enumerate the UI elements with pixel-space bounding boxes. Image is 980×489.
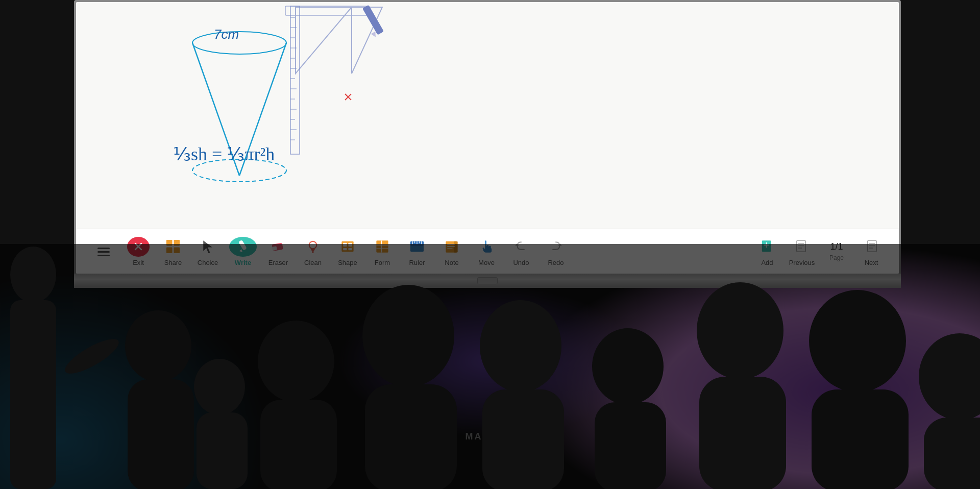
next-icon xyxy=(860,237,883,257)
bezel-button[interactable] xyxy=(477,277,498,284)
write-icon xyxy=(229,237,257,257)
clean-label: Clean xyxy=(304,259,322,266)
redo-icon xyxy=(545,237,567,257)
page-display: 1/1 xyxy=(830,241,843,252)
svg-rect-33 xyxy=(166,240,173,246)
undo-button[interactable]: Undo xyxy=(504,234,538,270)
redo-button[interactable]: Redo xyxy=(538,234,573,270)
page-counter: 1/1 Page xyxy=(819,234,854,270)
svg-marker-39 xyxy=(239,249,242,252)
redo-label: Redo xyxy=(548,259,564,266)
eraser-button[interactable]: Eraser xyxy=(261,234,296,270)
add-icon xyxy=(756,237,778,257)
center-ambient-glow xyxy=(337,285,643,438)
toolbar: Exit Share xyxy=(76,229,899,274)
svg-rect-41 xyxy=(272,246,277,251)
form-icon xyxy=(371,237,394,257)
choice-label: Choice xyxy=(198,259,218,266)
whiteboard-frame: 7cm ⅓sh = ⅓πr²h xyxy=(74,0,901,276)
next-label: Next xyxy=(865,259,878,266)
svg-text:7cm: 7cm xyxy=(214,27,239,42)
bottom-bezel xyxy=(74,274,901,288)
svg-marker-0 xyxy=(296,7,352,74)
exit-icon xyxy=(127,237,150,257)
share-icon xyxy=(162,237,184,257)
svg-rect-38 xyxy=(238,240,247,251)
shape-icon xyxy=(336,237,359,257)
ruler-icon xyxy=(406,237,428,257)
svg-rect-34 xyxy=(174,240,180,246)
eraser-label: Eraser xyxy=(268,259,288,266)
undo-icon xyxy=(510,237,532,257)
move-button[interactable]: Move xyxy=(469,234,504,270)
svg-rect-28 xyxy=(97,248,110,249)
choice-button[interactable]: Choice xyxy=(190,234,225,270)
whiteboard-surface[interactable]: 7cm ⅓sh = ⅓πr²h xyxy=(76,2,899,274)
svg-rect-36 xyxy=(174,247,180,253)
undo-label: Undo xyxy=(513,259,529,266)
svg-rect-74 xyxy=(868,240,876,252)
exit-label: Exit xyxy=(133,259,144,266)
brand-label: MAXHUB xyxy=(465,431,515,442)
form-button[interactable]: Form xyxy=(365,234,400,270)
clean-button[interactable]: Clean xyxy=(296,234,330,270)
form-label: Form xyxy=(375,259,390,266)
svg-rect-48 xyxy=(348,248,352,250)
previous-button[interactable]: Previous xyxy=(785,234,819,270)
share-label: Share xyxy=(164,259,182,266)
add-button[interactable]: Add xyxy=(750,234,785,270)
previous-icon xyxy=(791,237,813,257)
exit-button[interactable]: Exit xyxy=(121,234,156,270)
svg-rect-30 xyxy=(97,255,110,256)
note-button[interactable]: Note xyxy=(434,234,469,270)
shape-button[interactable]: Shape xyxy=(330,234,365,270)
svg-rect-47 xyxy=(343,248,347,250)
menu-icon xyxy=(92,240,115,263)
math-drawings: 7cm ⅓sh = ⅓πr²h xyxy=(76,2,899,232)
move-label: Move xyxy=(478,259,495,266)
svg-rect-46 xyxy=(348,243,352,247)
next-button[interactable]: Next xyxy=(854,234,889,270)
svg-marker-37 xyxy=(203,240,212,253)
svg-rect-70 xyxy=(797,240,805,252)
share-button[interactable]: Share xyxy=(156,234,190,270)
svg-rect-3 xyxy=(362,5,384,35)
write-label: Write xyxy=(235,259,251,266)
choice-icon xyxy=(197,237,219,257)
svg-rect-45 xyxy=(343,243,347,247)
eraser-icon xyxy=(267,237,289,257)
svg-marker-1 xyxy=(352,7,382,74)
ruler-label: Ruler xyxy=(409,259,425,266)
svg-point-42 xyxy=(309,241,317,249)
svg-rect-35 xyxy=(166,247,173,253)
previous-label: Previous xyxy=(789,259,815,266)
clean-icon xyxy=(302,237,324,257)
menu-button[interactable] xyxy=(86,234,121,270)
note-label: Note xyxy=(445,259,458,266)
note-icon xyxy=(440,237,463,257)
page-label: Page xyxy=(829,254,844,261)
svg-point-10 xyxy=(192,32,286,54)
svg-text:⅓sh = ⅓πr²h: ⅓sh = ⅓πr²h xyxy=(173,144,275,164)
add-label: Add xyxy=(761,259,773,266)
ruler-button[interactable]: Ruler xyxy=(400,234,434,270)
write-button[interactable]: Write xyxy=(225,234,261,270)
shape-label: Shape xyxy=(338,259,357,266)
svg-rect-29 xyxy=(97,251,110,253)
move-icon xyxy=(475,237,498,257)
svg-rect-49 xyxy=(376,240,388,252)
svg-rect-43 xyxy=(312,251,314,253)
